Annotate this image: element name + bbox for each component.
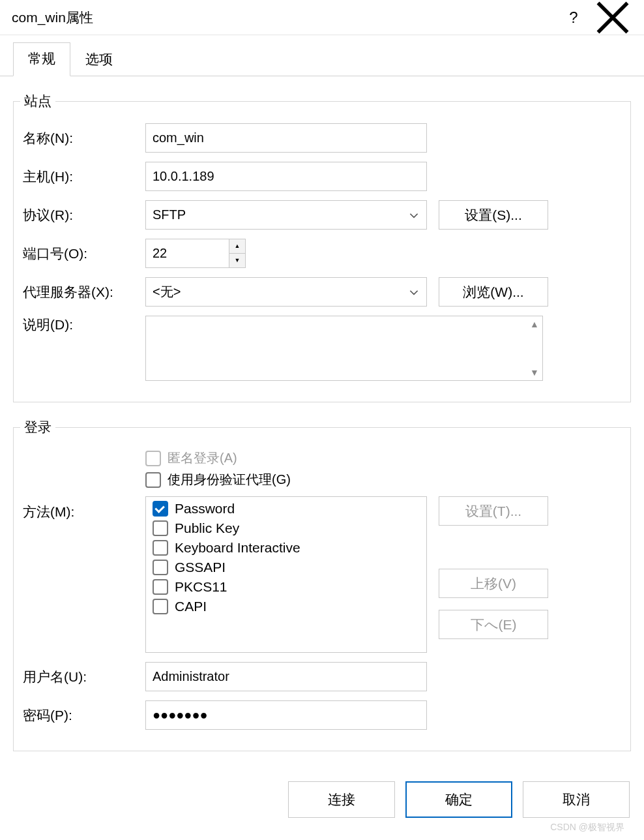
method-listbox[interactable]: Password Public Key Keyboard Interactive… <box>145 496 427 653</box>
checkbox-icon[interactable] <box>153 520 168 536</box>
titlebar: com_win属性 ? <box>0 0 644 35</box>
checkbox-icon <box>145 472 161 488</box>
password-input[interactable] <box>145 700 427 730</box>
auth-agent-checkbox[interactable]: 使用身份验证代理(G) <box>145 471 291 488</box>
port-spin-down[interactable]: ▼ <box>229 254 245 268</box>
method-capi: CAPI <box>175 599 207 614</box>
ok-button[interactable]: 确定 <box>405 781 512 818</box>
username-input[interactable] <box>145 662 427 691</box>
proxy-value: <无> <box>153 283 181 301</box>
method-settings-button: 设置(T)... <box>439 496 548 526</box>
protocol-settings-button[interactable]: 设置(S)... <box>439 200 548 230</box>
checkbox-icon[interactable] <box>153 579 168 595</box>
dialog-buttons: 连接 确定 取消 <box>288 781 630 818</box>
cancel-button[interactable]: 取消 <box>523 781 630 818</box>
tab-options[interactable]: 选项 <box>70 43 128 76</box>
scroll-down-icon: ▼ <box>527 367 542 378</box>
desc-textarea[interactable] <box>146 316 527 380</box>
moveup-button: 上移(V) <box>439 569 548 598</box>
window-title: com_win属性 <box>12 8 554 27</box>
site-legend: 站点 <box>20 92 55 110</box>
proxy-label: 代理服务器(X): <box>23 283 145 301</box>
chevron-down-icon <box>408 286 420 298</box>
checkbox-icon[interactable] <box>153 501 168 517</box>
name-label: 名称(N): <box>23 129 145 147</box>
method-keyboard: Keyboard Interactive <box>175 540 300 556</box>
scroll-up-icon: ▲ <box>527 319 542 329</box>
proxy-browse-button[interactable]: 浏览(W)... <box>439 277 548 307</box>
port-label: 端口号(O): <box>23 245 145 263</box>
help-icon[interactable]: ? <box>554 5 593 31</box>
connect-button[interactable]: 连接 <box>288 781 395 818</box>
site-group: 站点 名称(N): 主机(H): 协议(R): SFTP 设置(S)... 端口… <box>13 92 631 402</box>
port-spin-up[interactable]: ▲ <box>229 239 245 254</box>
watermark: CSDN @极智视界 <box>550 822 624 833</box>
chevron-down-icon <box>408 209 420 221</box>
method-label: 方法(M): <box>23 496 145 521</box>
user-label: 用户名(U): <box>23 668 145 686</box>
proxy-select[interactable]: <无> <box>145 277 427 307</box>
auth-agent-label: 使用身份验证代理(G) <box>168 471 291 488</box>
checkbox-icon[interactable] <box>153 599 168 614</box>
protocol-value: SFTP <box>153 207 186 222</box>
protocol-label: 协议(R): <box>23 206 145 224</box>
textarea-scrollbar[interactable]: ▲ ▼ <box>527 316 542 380</box>
tab-general[interactable]: 常规 <box>13 42 70 76</box>
anonymous-label: 匿名登录(A) <box>168 449 237 467</box>
name-input[interactable] <box>145 123 427 153</box>
tabs: 常规 选项 <box>0 35 644 76</box>
checkbox-icon[interactable] <box>153 560 168 575</box>
anonymous-checkbox: 匿名登录(A) <box>145 449 291 467</box>
login-group: 登录 匿名登录(A) 使用身份验证代理(G) 方法(M): Password P… <box>13 418 631 751</box>
login-legend: 登录 <box>20 418 55 436</box>
movedown-button: 下へ(E) <box>439 610 548 639</box>
host-input[interactable] <box>145 162 427 191</box>
host-label: 主机(H): <box>23 168 145 186</box>
method-password: Password <box>175 501 235 517</box>
method-pkcs11: PKCS11 <box>175 579 227 595</box>
close-icon[interactable] <box>593 5 632 31</box>
method-publickey: Public Key <box>175 520 239 536</box>
protocol-select[interactable]: SFTP <box>145 200 427 230</box>
checkbox-icon[interactable] <box>153 540 168 556</box>
method-gssapi: GSSAPI <box>175 560 226 575</box>
port-input[interactable] <box>145 239 229 268</box>
pass-label: 密码(P): <box>23 706 145 725</box>
checkbox-icon <box>145 451 161 466</box>
desc-label: 说明(D): <box>23 316 145 334</box>
